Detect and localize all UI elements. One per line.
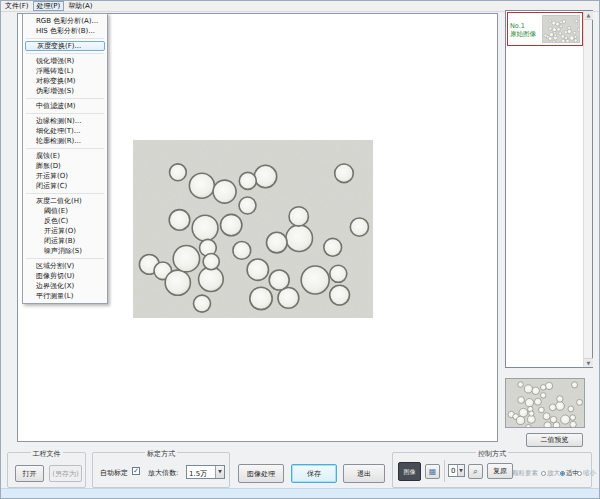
preview-thumbnail <box>505 378 585 428</box>
project-file-group-title: 工程文件 <box>31 449 63 459</box>
menu-separator <box>26 113 104 114</box>
status-bar <box>1 488 599 498</box>
particle-image <box>133 140 373 318</box>
menu-separator <box>26 38 104 39</box>
image-list[interactable]: No.1 原始图像 ▲ ▼ <box>505 10 593 368</box>
menu-item[interactable]: 膨胀(D) <box>23 161 107 171</box>
particle-micrograph <box>133 140 373 318</box>
menu-item[interactable]: 区域分割(V) <box>23 261 107 271</box>
menu-item[interactable]: 灰度变换(F)... <box>25 41 105 51</box>
ctrl-option: 放大 <box>541 469 560 478</box>
menu-item[interactable]: 细化处理(T)... <box>23 126 107 136</box>
control-group-title: 控制方式 <box>476 449 508 459</box>
image-mode-button[interactable]: 图像 <box>398 462 421 481</box>
exit-button[interactable]: 退出 <box>343 464 385 483</box>
menu-item[interactable]: 图像剪切(U) <box>23 271 107 281</box>
list-item-thumbnail <box>542 15 580 43</box>
zoom-value: 0 <box>451 467 455 475</box>
calibration-group-title: 标定方式 <box>145 449 177 459</box>
menu-item[interactable]: 阈值(E) <box>23 206 107 216</box>
menu-item[interactable]: RGB 色彩分析(A)... <box>23 16 107 26</box>
chevron-down-icon[interactable]: ▼ <box>457 465 464 476</box>
magnification-value: 1.5万 <box>189 469 207 479</box>
menu-separator <box>26 258 104 259</box>
chevron-down-icon[interactable]: ▼ <box>215 466 224 478</box>
menu-item[interactable]: 轮廓检测(R)... <box>23 136 107 146</box>
menu-item[interactable]: 灰度二值化(H) <box>23 196 107 206</box>
toolbar-separator <box>444 460 445 482</box>
open-button[interactable]: 打开 <box>15 465 44 482</box>
menu-separator <box>26 98 104 99</box>
scroll-down-icon[interactable]: ▼ <box>584 358 593 367</box>
save-button[interactable]: 保存 <box>291 464 337 483</box>
menu-item[interactable]: 噪声消除(S) <box>23 246 107 256</box>
menu-separator <box>26 148 104 149</box>
auto-calib-checkbox[interactable]: ✓ <box>132 467 140 475</box>
menu-item[interactable]: 腐蚀(E) <box>23 151 107 161</box>
menu-item[interactable]: 锐化增强(R) <box>23 56 107 66</box>
list-item[interactable]: No.1 原始图像 <box>507 12 583 46</box>
menubar-item[interactable]: 帮助(A) <box>64 1 96 11</box>
menu-separator <box>26 53 104 54</box>
grid-icon[interactable]: ▦ <box>425 464 440 479</box>
radio-icon[interactable] <box>560 471 565 476</box>
restore-view-button[interactable]: 复原 <box>487 463 513 479</box>
ctrl-option: 缩小 <box>577 469 596 478</box>
menu-item[interactable]: 开运算(O) <box>23 171 107 181</box>
radio-icon[interactable] <box>541 471 546 476</box>
menubar-item[interactable]: 处理(P) <box>33 1 65 11</box>
menu-item[interactable]: 对称变换(M) <box>23 76 107 86</box>
ctrl-option-label: 缩小 <box>583 469 596 477</box>
list-item-label: No.1 原始图像 <box>508 21 542 38</box>
radio-icon[interactable] <box>577 471 582 476</box>
menu-item[interactable]: HIS 色彩分析(B)... <box>23 26 107 36</box>
magnification-label: 放大倍数: <box>148 468 178 478</box>
list-item-name: 原始图像 <box>510 30 542 38</box>
menu-item[interactable]: 边界强化(X) <box>23 281 107 291</box>
scroll-up-icon[interactable]: ▲ <box>584 11 593 20</box>
auto-calib-label: 自动标定 <box>100 468 128 478</box>
magnification-select[interactable]: 1.5万 ▼ <box>186 465 225 479</box>
menu-item[interactable]: 平行测量(L) <box>23 291 107 301</box>
ctrl-option-label: 颗粒要素 <box>512 469 538 477</box>
process-image-button[interactable]: 图像处理 <box>238 464 284 483</box>
menu-popup: RGB 色彩分析(A)...HIS 色彩分析(B)...灰度变换(F)...锐化… <box>22 13 108 304</box>
menu-item[interactable]: 开运算(O) <box>23 226 107 236</box>
magnifier-icon[interactable]: ⌕ <box>468 464 483 479</box>
app-window: 文件(F)处理(P)帮助(A) RGB 色彩分析(A)...HIS 色彩分析(B… <box>0 0 600 499</box>
calibration-group: 标定方式 自动标定 ✓ 放大倍数: 1.5万 ▼ <box>92 452 230 488</box>
menu-item[interactable]: 闭运算(C) <box>23 181 107 191</box>
menu-item[interactable]: 伪彩增强(S) <box>23 86 107 96</box>
menu-item[interactable]: 边缘检测(N)... <box>23 116 107 126</box>
menu-separator <box>26 193 104 194</box>
menu-item[interactable]: 中值滤波(M) <box>23 101 107 111</box>
ctrl-option-label: 放大 <box>547 469 560 477</box>
list-scrollbar[interactable]: ▲ ▼ <box>583 11 592 367</box>
project-file-group: 工程文件 打开 (另存为) <box>7 452 86 488</box>
ctrl-option: 颗粒要素 <box>512 469 538 478</box>
zoom-stepper[interactable]: 0 ▼ <box>448 464 465 477</box>
menu-item[interactable]: 浮雕铸造(L) <box>23 66 107 76</box>
save-as-button[interactable]: (另存为) <box>49 465 82 482</box>
menubar-item[interactable]: 文件(F) <box>1 1 33 11</box>
menu-item[interactable]: 闭运算(B) <box>23 236 107 246</box>
menu-item[interactable]: 反色(C) <box>23 216 107 226</box>
list-item-number: No.1 <box>510 22 542 30</box>
binary-preview-button[interactable]: 二值预览 <box>526 433 583 447</box>
